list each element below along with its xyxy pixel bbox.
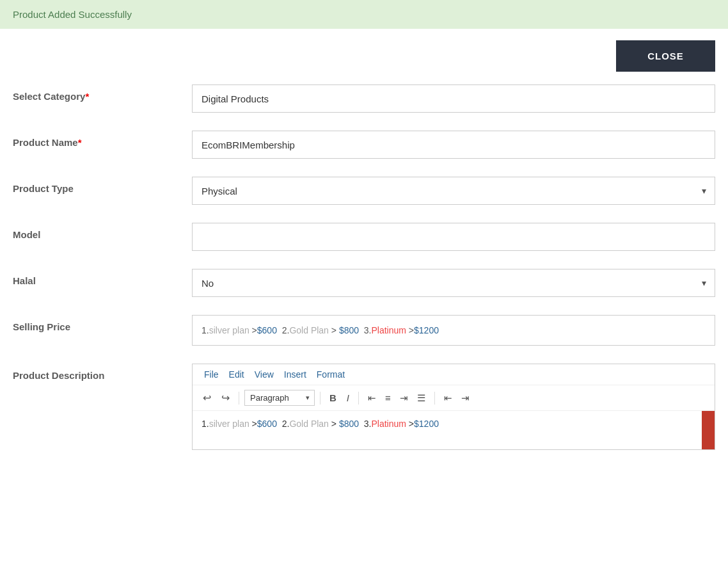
halal-select[interactable]: No Yes <box>192 269 715 297</box>
halal-select-wrapper: No Yes ▾ <box>192 269 715 297</box>
selling-price-field: 1.silver plan >$600 2.Gold Plan > $800 3… <box>192 315 715 346</box>
select-category-input[interactable] <box>192 84 715 113</box>
editor-scroll-indicator <box>702 411 715 449</box>
align-icons-group: ⇤ ≡ ⇥ ☰ <box>364 390 429 406</box>
align-center-icon: ≡ <box>385 392 391 403</box>
model-label: Model <box>13 223 192 240</box>
indent-increase-icon: ⇥ <box>461 392 470 404</box>
product-name-field <box>192 131 715 159</box>
undo-icon: ↩ <box>203 392 211 404</box>
paragraph-select-wrapper: Paragraph Heading 1 Heading 2 Heading 3 … <box>244 390 315 406</box>
italic-icon: I <box>347 392 349 403</box>
halal-row: Halal No Yes ▾ <box>13 269 715 297</box>
editor-content-text: 1.silver plan >$600 2.Gold Plan > $800 3… <box>202 419 439 429</box>
align-center-button[interactable]: ≡ <box>381 390 395 406</box>
product-description-label: Product Description <box>13 364 192 381</box>
editor-toolbar: ↩ ↪ Paragraph Heading 1 Heading 2 Headin… <box>193 385 715 411</box>
select-category-field <box>192 84 715 113</box>
toolbar-separator-2 <box>320 392 320 405</box>
editor-menu-insert[interactable]: Insert <box>279 368 312 381</box>
product-type-row: Product Type Physical Digital Service ▾ <box>13 177 715 205</box>
close-button[interactable]: CLOSE <box>616 40 715 72</box>
product-name-row: Product Name* <box>13 131 715 159</box>
align-justify-button[interactable]: ☰ <box>413 390 429 406</box>
indent-decrease-icon: ⇤ <box>444 392 452 404</box>
toolbar-separator-1 <box>239 392 239 405</box>
redo-button[interactable]: ↪ <box>218 389 233 406</box>
halal-label: Halal <box>13 269 192 286</box>
editor-menu-view[interactable]: View <box>249 368 279 381</box>
model-field <box>192 223 715 251</box>
italic-button[interactable]: I <box>343 390 353 406</box>
editor-container: File Edit View Insert Format ↩ ↪ <box>192 364 715 450</box>
undo-button[interactable]: ↩ <box>199 389 215 406</box>
success-banner-text: Product Added Successfully <box>13 9 132 20</box>
product-type-select[interactable]: Physical Digital Service <box>192 177 715 205</box>
close-btn-row: CLOSE <box>0 29 728 78</box>
model-input[interactable] <box>192 223 715 251</box>
selling-price-row: Selling Price 1.silver plan >$600 2.Gold… <box>13 315 715 346</box>
product-name-input[interactable] <box>192 131 715 159</box>
select-category-label: Select Category* <box>13 84 192 102</box>
editor-content[interactable]: 1.silver plan >$600 2.Gold Plan > $800 3… <box>193 411 715 449</box>
product-type-field: Physical Digital Service ▾ <box>192 177 715 205</box>
selling-price-label: Selling Price <box>13 315 192 332</box>
toolbar-separator-3 <box>358 392 359 405</box>
product-description-field: File Edit View Insert Format ↩ ↪ <box>192 364 715 450</box>
form-container: Select Category* Product Name* Product T… <box>0 78 728 481</box>
editor-menu-file[interactable]: File <box>199 368 224 381</box>
model-row: Model <box>13 223 715 251</box>
indent-increase-button[interactable]: ⇥ <box>457 390 473 406</box>
product-name-label: Product Name* <box>13 131 192 148</box>
align-right-button[interactable]: ⇥ <box>396 390 412 406</box>
bold-button[interactable]: B <box>326 390 340 406</box>
product-type-select-wrapper: Physical Digital Service ▾ <box>192 177 715 205</box>
editor-menubar: File Edit View Insert Format <box>193 364 715 385</box>
product-description-row: Product Description File Edit View Inser… <box>13 364 715 450</box>
editor-menu-format[interactable]: Format <box>312 368 350 381</box>
success-banner: Product Added Successfully <box>0 0 728 29</box>
indent-decrease-button[interactable]: ⇤ <box>440 390 456 406</box>
toolbar-separator-4 <box>434 392 435 405</box>
align-justify-icon: ☰ <box>417 392 425 404</box>
redo-icon: ↪ <box>221 392 230 404</box>
editor-menu-edit[interactable]: Edit <box>224 368 249 381</box>
selling-price-text: 1.silver plan >$600 2.Gold Plan > $800 3… <box>202 325 439 335</box>
bold-icon: B <box>329 392 336 403</box>
align-left-button[interactable]: ⇤ <box>364 390 380 406</box>
paragraph-format-select[interactable]: Paragraph Heading 1 Heading 2 Heading 3 <box>244 390 315 406</box>
select-category-row: Select Category* <box>13 84 715 113</box>
selling-price-display[interactable]: 1.silver plan >$600 2.Gold Plan > $800 3… <box>192 315 715 346</box>
align-right-icon: ⇥ <box>400 392 408 404</box>
align-left-icon: ⇤ <box>368 392 376 404</box>
halal-field: No Yes ▾ <box>192 269 715 297</box>
product-type-label: Product Type <box>13 177 192 194</box>
indent-icons-group: ⇤ ⇥ <box>440 390 473 406</box>
